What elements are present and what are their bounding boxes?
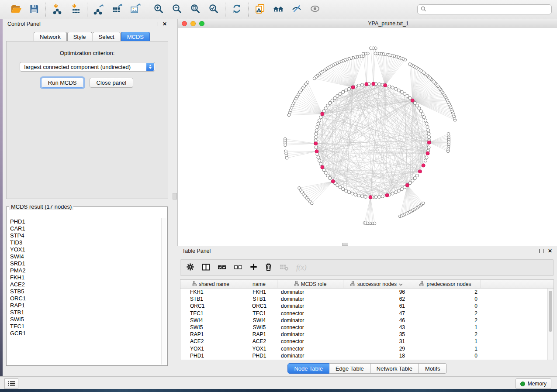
optimization-criterion-select[interactable]: largest connected component (undirected) [20,62,155,72]
tab-network[interactable]: Network [34,32,67,41]
network-window: YPA_prune.txt_1 [177,19,557,246]
column-header-successor-nodes[interactable]: successor nodes [343,280,410,288]
show-graphics-button[interactable] [308,3,322,17]
zoom-in-button[interactable] [152,3,165,17]
refresh-layout-button[interactable] [230,3,243,17]
mcds-result-item[interactable]: PHD1 [10,218,161,225]
mcds-result-item[interactable]: SRD1 [10,260,161,267]
column-header-name[interactable]: name [241,280,277,288]
cell-predecessor-nodes: 2 [410,310,481,316]
table-row[interactable]: FKH1FKH1dominator962 [180,289,554,296]
clone-network-button[interactable] [253,3,266,17]
export-table-icon [111,3,123,15]
save-session-button[interactable] [28,3,41,17]
hide-graphics-button[interactable] [290,3,303,17]
mcds-result-item[interactable]: RAP1 [10,302,161,309]
memory-button[interactable]: Memory [515,378,551,389]
toolbar-group [87,3,147,17]
mcds-result-item[interactable]: FKH1 [10,274,161,281]
close-panel-button[interactable]: Close panel [90,78,134,88]
column-header-MCDS-role[interactable]: MCDS role [277,280,343,288]
mcds-result-item[interactable]: SWI4 [10,253,161,260]
window-zoom-button[interactable] [199,21,204,26]
import-table-button[interactable] [69,3,82,17]
import-network-button[interactable] [51,3,64,17]
column-visibility-button[interactable] [202,263,210,272]
task-history-button[interactable] [4,378,18,389]
first-neighbors-button[interactable] [272,3,285,17]
select-all-rows-button[interactable] [218,264,226,272]
mcds-result-item[interactable]: SWI5 [10,316,161,323]
tab-edge-table[interactable]: Edge Table [329,363,370,374]
float-panel-icon[interactable] [154,22,158,26]
export-table-button[interactable] [111,3,124,17]
table-row[interactable]: RAP1RAP1dominator352 [180,331,554,338]
open-session-button[interactable] [9,3,22,17]
mcds-result-item[interactable]: CAR1 [10,225,161,232]
mcds-result-item[interactable]: STB5 [10,288,161,295]
close-panel-icon[interactable]: ✕ [163,21,167,27]
table-row[interactable]: ORC1ORC1dominator610 [180,303,554,309]
tab-select[interactable]: Select [93,32,121,41]
control-panel-tabs: NetworkStyleSelectMCDS [34,32,150,41]
tab-node-table[interactable]: Node Table [287,363,329,374]
table-scrollbar[interactable] [547,289,554,360]
horizontal-splitter-grip[interactable] [342,243,348,246]
hierarchy-icon [294,281,299,287]
select-stepper-icon [146,63,154,71]
float-table-panel-icon[interactable] [539,249,543,253]
table-row[interactable]: PHD1PHD1dominator180 [180,352,554,359]
table-row[interactable]: STB1STB1dominator620 [180,296,554,303]
network-canvas[interactable] [178,28,557,246]
zoom-selected-button[interactable] [207,3,220,17]
delete-table-icon [280,263,289,272]
mcds-result-item[interactable]: YOX1 [10,246,161,253]
column-header-predecessor-nodes[interactable]: predecessor nodes [410,280,481,288]
select-all-rows-icon [218,264,226,272]
table-row[interactable]: YOX1YOX1connector291 [180,345,554,352]
table-scrollbar-thumb[interactable] [549,291,552,332]
table-row[interactable]: SWI5SWI5connector431 [180,324,554,331]
table-panel-tabs: Node TableEdge TableNetwork TableMotifs [177,363,557,374]
mcds-result-item[interactable]: TEC1 [10,323,161,330]
table-row[interactable]: SWI4SWI4dominator462 [180,317,554,324]
cell-shared-name: ACE2 [180,338,241,344]
mcds-result-item[interactable]: GCR1 [10,330,161,337]
export-network-button[interactable] [92,3,105,17]
mcds-result-item[interactable]: PMA2 [10,267,161,274]
mcds-result-item[interactable]: ACE2 [10,281,161,288]
table-row[interactable]: ACE2ACE2connector311 [180,338,554,345]
close-table-panel-icon[interactable]: ✕ [548,248,552,254]
tab-network-table[interactable]: Network Table [370,363,419,374]
mcds-result-scrollbar[interactable] [161,218,166,364]
panel-splitter[interactable] [172,19,177,376]
mcds-result-item[interactable]: ORC1 [10,295,161,302]
tab-mcds[interactable]: MCDS [121,32,150,41]
window-close-button[interactable] [182,21,187,26]
run-mcds-button[interactable]: Run MCDS [41,78,84,88]
delete-columns-button[interactable] [265,263,272,272]
search-input[interactable] [429,6,548,13]
search-icon [421,6,426,14]
mcds-result-item[interactable]: STB1 [10,309,161,316]
refresh-layout-icon [232,3,242,15]
export-image-button[interactable] [129,3,142,17]
table-row[interactable]: TEC1TEC1connector472 [180,310,554,317]
table-options-gear-button[interactable] [186,263,194,272]
splitter-grip[interactable] [173,193,177,199]
mcds-result-item[interactable]: TID3 [10,239,161,246]
tab-motifs[interactable]: Motifs [419,363,447,374]
main-toolbar [0,0,557,19]
column-header-shared-name[interactable]: shared name [180,280,241,288]
zoom-selected-icon [208,3,219,15]
window-minimize-button[interactable] [190,21,196,26]
cell-successor-nodes: 31 [343,338,410,344]
mcds-result-item[interactable]: STP4 [10,232,161,239]
deselect-all-rows-button[interactable] [234,264,242,272]
zoom-fit-button[interactable] [189,3,202,17]
cell-successor-nodes: 62 [343,296,410,302]
zoom-out-button[interactable] [170,3,183,17]
tab-style[interactable]: Style [67,32,92,41]
column-label: successor nodes [357,281,397,287]
create-column-button[interactable] [250,263,257,272]
